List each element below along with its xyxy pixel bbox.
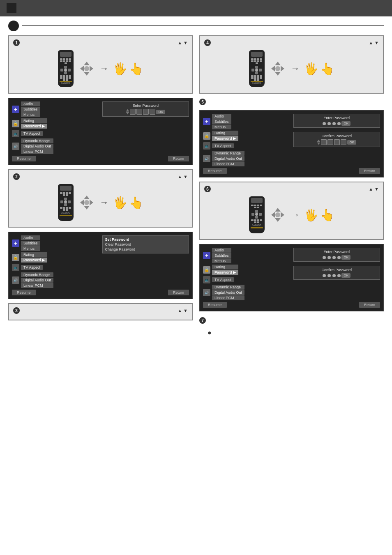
dvd-menu-right-3: Enter Password OK: [293, 114, 380, 166]
nav-left-4[interactable]: [271, 66, 275, 71]
menu-pcm-3: Linear PCM: [212, 161, 244, 166]
remote-4: DAEWOO: [249, 50, 265, 87]
confirm-up-arrow[interactable]: [317, 140, 320, 142]
dvd-menu-left-4: + Audio Subtitles Menus 🔒 Rating Passwor…: [203, 248, 290, 300]
remote-bottom-6: [249, 219, 265, 223]
resume-btn-4[interactable]: Resume: [203, 302, 227, 308]
pw-dot-1: [323, 122, 326, 125]
nav-right-arrow[interactable]: [90, 66, 93, 71]
nav-control-1[interactable]: [78, 62, 96, 76]
confirm-ok[interactable]: OK: [347, 140, 356, 145]
submenu-change[interactable]: Change Password: [105, 247, 187, 251]
menu-items-lock-1: Rating Password ▶: [21, 118, 47, 129]
menu-items-spk-3: Dynamic Range Digital Audio Out Linear P…: [212, 151, 244, 166]
pw-up-arrow[interactable]: [126, 109, 129, 112]
nav-up-2[interactable]: [84, 196, 90, 199]
confirm-boxes: [321, 139, 346, 145]
nav-down-4[interactable]: [275, 72, 281, 76]
dvd-screen-3: + Audio Subtitles Menus 🔒 Rating Passwor…: [199, 110, 384, 177]
submenu-set[interactable]: Set Password: [105, 237, 187, 242]
dvd-footer-3: Resume Return: [203, 168, 380, 174]
confirm-box-4: [341, 139, 346, 145]
pw-down-arrow[interactable]: [126, 112, 129, 115]
nav-control-6[interactable]: [269, 208, 287, 222]
return-btn-2[interactable]: Return: [168, 290, 189, 295]
hand-icons-2: 🖐 👆: [113, 196, 143, 210]
menu-items-2: Audio Subtitles Menus: [21, 235, 40, 251]
confirm-password-label-4: Confirm Password: [296, 268, 378, 272]
hand-icon-5: 🖐: [304, 62, 318, 76]
remote-highlight-6: [251, 227, 263, 228]
nav-center[interactable]: [84, 66, 89, 71]
resume-btn-1[interactable]: Resume: [12, 156, 36, 161]
nav-center-6[interactable]: [275, 212, 280, 217]
pw-ok-1[interactable]: OK: [156, 110, 165, 114]
pw-box-4: [150, 109, 155, 115]
nav-control-2[interactable]: [78, 196, 96, 210]
icon-lock-2: 🔒: [12, 254, 19, 261]
right-column: 4 ▲ ▼: [199, 35, 384, 339]
pw-boxes-1: [130, 109, 155, 115]
menu-dynamic-3: Dynamic Range: [212, 151, 244, 156]
nav-left-arrow[interactable]: [80, 66, 84, 71]
confirm-dot-1: [323, 274, 326, 277]
nav-up-6[interactable]: [275, 208, 281, 212]
step2-panel: 2 ▲ ▼: [8, 169, 193, 228]
hand-icon-3: 🖐: [113, 196, 127, 210]
dvd-screen-4: + Audio Subtitles Menus 🔒 Rating Passwor…: [199, 244, 384, 311]
menu-items-spk-4: Dynamic Range Digital Audio Out Linear P…: [212, 285, 244, 300]
nav-left-6[interactable]: [271, 212, 275, 218]
action-arrow-4: →: [291, 63, 300, 74]
submenu-clear[interactable]: Clear Password: [105, 242, 187, 246]
pw-dot-3: [332, 122, 336, 125]
nav-center-4[interactable]: [275, 66, 280, 71]
remote-dpad-2: [58, 198, 74, 206]
nav-down-2[interactable]: [84, 206, 90, 210]
icon-lock-1: 🔒: [12, 120, 19, 127]
return-btn-3[interactable]: Return: [359, 168, 380, 174]
step5-label-row: 5: [199, 99, 384, 105]
confirm-row-4: OK: [296, 273, 378, 278]
remote-dpad-4: [249, 66, 265, 74]
nav-up-arrow[interactable]: [84, 62, 90, 65]
confirm-ok-4[interactable]: OK: [341, 273, 350, 278]
step6-arrows: ▲ ▼: [369, 187, 379, 191]
menu-password-2: Password ▶: [21, 258, 47, 263]
menu-audio-4: Audio: [212, 248, 231, 253]
nav-down-6[interactable]: [275, 218, 281, 222]
step6-number: 6: [204, 186, 211, 192]
step7-row: 7: [199, 317, 384, 324]
nav-control-4[interactable]: [269, 62, 287, 76]
section-divider: [22, 25, 384, 26]
return-btn-4[interactable]: Return: [359, 302, 380, 308]
nav-right-6[interactable]: [281, 212, 284, 218]
enter-password-label-3: Enter Password: [296, 116, 378, 120]
icon-spk-4: 🔊: [203, 289, 210, 296]
hand-icon-2: 👆: [129, 62, 143, 76]
resume-btn-3[interactable]: Resume: [203, 168, 227, 174]
nav-left-2[interactable]: [80, 200, 84, 205]
nav-right-2[interactable]: [90, 200, 93, 205]
nav-up-4[interactable]: [275, 62, 281, 65]
submenu-box: Set Password Clear Password Change Passw…: [102, 235, 189, 253]
nav-center-2[interactable]: [84, 200, 89, 205]
menu-rating-2: Rating: [21, 252, 47, 257]
menu-dynamic-4: Dynamic Range: [212, 285, 244, 290]
note-section: ●: [199, 328, 384, 339]
menu-items-1: Audio Subtitles Menus: [21, 101, 40, 117]
hand-icons-1: 🖐 👆: [113, 62, 143, 76]
pw-ok-3[interactable]: OK: [341, 121, 350, 126]
menu-digital-4: Digital Audio Out: [212, 290, 244, 295]
return-btn-1[interactable]: Return: [168, 156, 189, 161]
nav-right-4[interactable]: [281, 66, 284, 71]
confirm-dot-4: [337, 274, 341, 277]
menu-items-lock-3: Rating Password ▶: [212, 131, 238, 141]
menu-pcm: Linear PCM: [21, 149, 53, 154]
confirm-down-arrow[interactable]: [317, 143, 320, 145]
nav-down-arrow[interactable]: [84, 72, 90, 76]
pw-ok-4[interactable]: OK: [341, 255, 350, 260]
resume-btn-2[interactable]: Resume: [12, 290, 36, 295]
menu-password-1: Password ▶: [21, 124, 47, 129]
menu-tv-aspect-4: TV Aspect: [212, 277, 234, 282]
step4-number: 4: [204, 39, 211, 46]
